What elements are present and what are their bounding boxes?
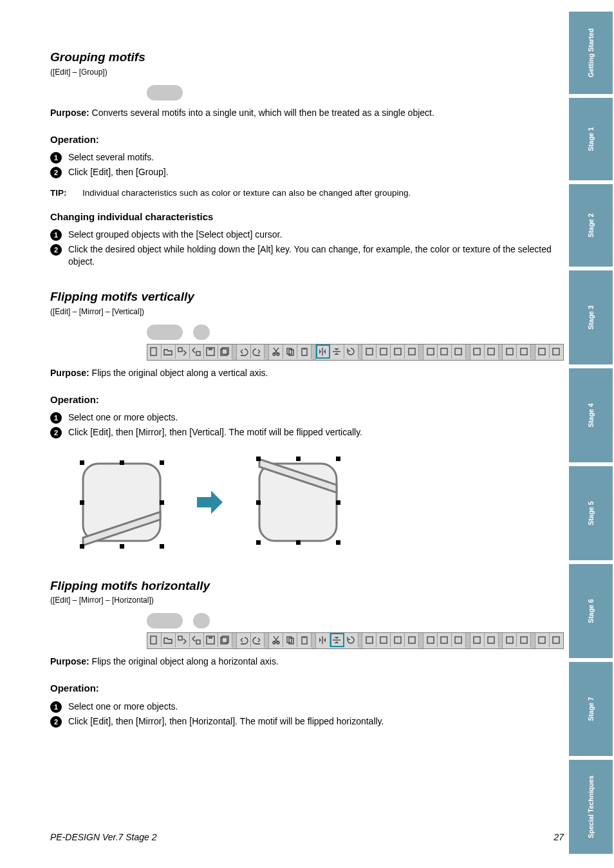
toolbar-save-icon[interactable] — [204, 633, 218, 647]
toolbar-rotate-icon[interactable] — [344, 344, 358, 359]
step-num-icon: 1 — [50, 229, 62, 241]
svg-rect-34 — [120, 544, 124, 549]
toolbar-paste-icon[interactable] — [297, 344, 312, 359]
tip-block: TIP: Individual characteristics such as … — [50, 187, 564, 199]
toolbar-align-r-icon[interactable] — [391, 344, 405, 359]
step-num-icon: 2 — [50, 716, 62, 728]
toolbar-export-icon[interactable] — [190, 633, 204, 647]
side-tab[interactable]: Stage 3 — [569, 270, 613, 364]
toolbar-open-icon[interactable] — [162, 633, 176, 647]
side-tab[interactable]: Special Techniques — [569, 760, 613, 854]
toolbar-ruler1-icon[interactable] — [470, 633, 485, 647]
step-num-icon: 1 — [50, 412, 62, 424]
toolbar-align-l-icon[interactable] — [362, 633, 377, 647]
svg-rect-24 — [539, 348, 545, 355]
toolbar-mirror-h-icon[interactable] — [330, 633, 344, 647]
toolbar-paste-icon[interactable] — [297, 633, 312, 647]
toolbar-mirror-v-icon[interactable] — [316, 633, 330, 647]
toolbar-undo-icon[interactable] — [237, 633, 251, 647]
toolbar-redo-icon[interactable] — [251, 633, 265, 647]
toolbar-mirror-v-icon[interactable] — [316, 344, 330, 359]
svg-rect-20 — [474, 348, 480, 355]
side-tab[interactable]: Stage 1 — [569, 98, 613, 180]
toolbar-export-icon[interactable] — [190, 344, 204, 359]
svg-rect-41 — [336, 457, 340, 461]
svg-rect-51 — [209, 636, 212, 639]
toolbar-align-dist-icon[interactable] — [405, 344, 419, 359]
toolbar-save-icon[interactable] — [204, 344, 218, 359]
toolbar-new-icon[interactable] — [147, 633, 162, 647]
toolbar-align-l-icon[interactable] — [362, 344, 377, 359]
toolbar-save-all-icon[interactable] — [218, 633, 232, 647]
toolbar-grid1-icon[interactable] — [503, 344, 517, 359]
toolbar-text3-icon[interactable] — [452, 633, 466, 647]
toolbar-ruler2-icon[interactable] — [485, 344, 499, 359]
purpose-label: Purpose: — [50, 108, 89, 118]
step-text: Click [Edit], then [Mirror], then [Verti… — [68, 427, 362, 437]
step-text: Select one or more objects. — [68, 701, 178, 712]
toolbar-grid1-icon[interactable] — [503, 633, 517, 647]
toolbar-copy-icon[interactable] — [283, 344, 297, 359]
toolbar-text1-icon[interactable] — [423, 633, 438, 647]
toolbar-cut-icon[interactable] — [269, 344, 283, 359]
toolbar-save-all-icon[interactable] — [218, 344, 232, 359]
toolbar-ruler1-icon[interactable] — [470, 344, 485, 359]
toolbar-open-icon[interactable] — [162, 344, 176, 359]
section-sub-hflip: ([Edit] – [Mirror] – [Horizontal]) — [50, 595, 564, 605]
toolbar-text1-icon[interactable] — [423, 344, 438, 359]
toolbar-align-c-icon[interactable] — [377, 633, 391, 647]
toolbar-import-icon[interactable] — [176, 633, 190, 647]
toolbar-undo-icon[interactable] — [237, 344, 251, 359]
toolbar-grid2-icon[interactable] — [517, 344, 531, 359]
side-tab[interactable]: Stage 7 — [569, 662, 613, 756]
svg-rect-1 — [178, 348, 182, 352]
step-num-icon: 2 — [50, 427, 62, 439]
purpose-text: Flips the original object along a vertic… — [92, 368, 268, 378]
side-tab[interactable]: Stage 2 — [569, 184, 613, 267]
toolbar-view-icon[interactable] — [535, 633, 550, 647]
section-title-vflip: Flipping motifs vertically — [50, 288, 564, 305]
toolbar-redo-icon[interactable] — [251, 344, 265, 359]
svg-rect-40 — [296, 457, 301, 461]
svg-rect-49 — [196, 640, 200, 644]
toolbar-view-icon[interactable] — [535, 344, 550, 359]
side-tab[interactable]: Stage 6 — [569, 564, 613, 658]
toolbar-rotate-icon[interactable] — [344, 633, 358, 647]
svg-rect-64 — [427, 637, 434, 643]
step-text: Select grouped objects with the [Select … — [68, 229, 282, 240]
toolbar-copy-icon[interactable] — [283, 633, 297, 647]
svg-rect-69 — [507, 637, 513, 643]
svg-rect-59 — [303, 636, 306, 638]
tip-text: Individual characteristics such as color… — [82, 188, 411, 198]
operation-label: Operation: — [50, 393, 564, 406]
side-tab[interactable]: Stage 5 — [569, 466, 613, 560]
side-tab-label: Stage 4 — [586, 403, 595, 427]
svg-rect-72 — [553, 637, 559, 643]
vflip-before-icon — [67, 448, 176, 557]
toolbar-align-c-icon[interactable] — [377, 344, 391, 359]
svg-rect-21 — [488, 348, 494, 355]
pill-icon — [193, 325, 210, 340]
toolbar-ruler2-icon[interactable] — [485, 633, 499, 647]
toolbar-align-dist-icon[interactable] — [405, 633, 419, 647]
toolbar-grid2-icon[interactable] — [517, 633, 531, 647]
toolbar-new-icon[interactable] — [147, 344, 162, 359]
toolbar-text2-icon[interactable] — [438, 633, 452, 647]
toolbar-mirror-h-icon[interactable] — [330, 344, 344, 359]
side-tab[interactable]: Stage 4 — [569, 368, 613, 462]
toolbar-import-icon[interactable] — [176, 344, 190, 359]
step-text: Click [Edit], then [Mirror], then [Horiz… — [68, 716, 384, 726]
toolbar-zoom-icon[interactable] — [550, 633, 563, 647]
footer-left: PE-DESIGN Ver.7 Stage 2 — [50, 831, 156, 844]
toolbar-align-r-icon[interactable] — [391, 633, 405, 647]
side-tab[interactable]: Getting Started — [569, 12, 613, 94]
svg-rect-35 — [160, 544, 164, 549]
svg-rect-43 — [336, 500, 340, 505]
toolbar-text2-icon[interactable] — [438, 344, 452, 359]
toolbar-cut-icon[interactable] — [269, 633, 283, 647]
svg-rect-68 — [488, 637, 494, 643]
toolbar-text3-icon[interactable] — [452, 344, 466, 359]
svg-rect-19 — [455, 348, 461, 355]
toolbar-zoom-icon[interactable] — [550, 344, 563, 359]
svg-rect-25 — [553, 348, 559, 355]
